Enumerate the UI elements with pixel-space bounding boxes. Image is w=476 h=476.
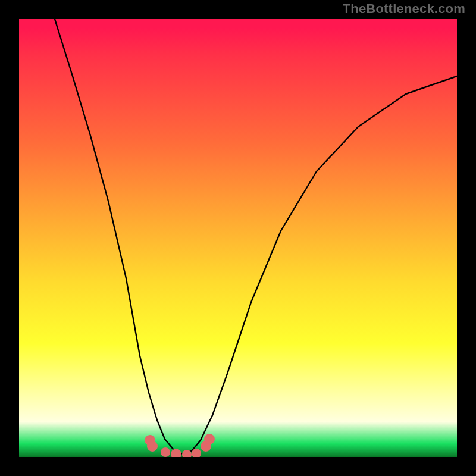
markers-group (145, 434, 215, 457)
watermark-text: TheBottleneck.com (343, 1, 465, 17)
curve-marker (171, 449, 181, 457)
curve-marker (161, 447, 170, 457)
bottleneck-curve (55, 19, 457, 454)
curve-svg (19, 19, 457, 457)
plot-area (19, 19, 457, 457)
chart-frame: TheBottleneck.com (0, 0, 476, 476)
curve-marker (204, 434, 215, 444)
curve-marker (147, 441, 158, 452)
